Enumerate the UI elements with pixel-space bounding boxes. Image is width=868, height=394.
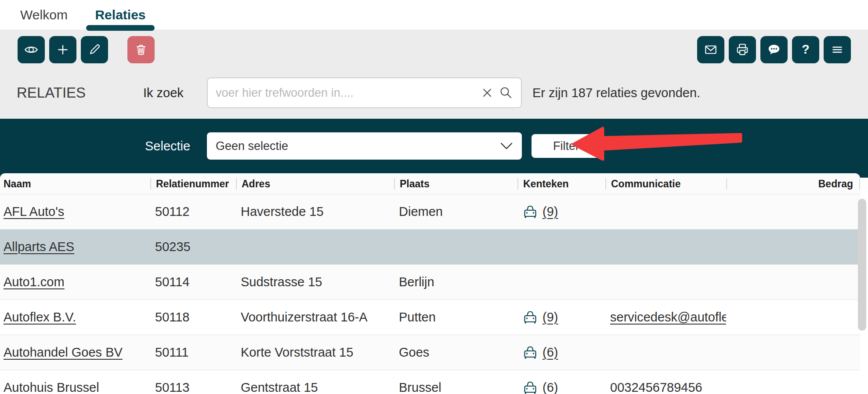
tab-relaties[interactable]: Relaties [86, 0, 155, 29]
relation-name-link[interactable]: AFL Auto's [4, 204, 64, 219]
column-header-adres: Adres [236, 178, 394, 190]
relation-number: 50114 [150, 275, 236, 289]
tab-welkom-label: Welkom [20, 7, 68, 22]
toolbar-left-buttons [18, 36, 155, 63]
column-header-naam: Naam [0, 178, 150, 190]
chat-button[interactable] [760, 36, 788, 63]
filter-bar: Selectie Geen selectie Filter [0, 119, 868, 178]
help-button[interactable]: ? [792, 36, 819, 63]
relation-address: Haverstede 15 [236, 204, 394, 219]
clear-search-icon[interactable] [481, 86, 494, 99]
car-icon [522, 204, 538, 219]
relation-name-link[interactable]: Allparts AES [4, 240, 74, 254]
print-button[interactable] [729, 36, 756, 63]
kenteken-cell: (9) [517, 310, 605, 325]
relation-number: 50118 [150, 310, 236, 325]
relation-name-link[interactable]: Autoflex B.V. [4, 310, 76, 324]
relation-number: 50112 [150, 204, 236, 219]
table-row[interactable]: Autohuis Brussel 50113 Gentstraat 15 Bru… [0, 370, 860, 394]
relation-address: Voorthuizerstraat 16-A [236, 310, 394, 325]
relation-city: Putten [394, 310, 517, 325]
print-icon [735, 42, 750, 57]
column-header-relatienummer: Relatienummer [150, 178, 236, 190]
relation-address: Gentstraat 15 [236, 380, 394, 394]
kenteken-count-link[interactable]: (9) [542, 310, 558, 325]
chevron-down-icon [499, 141, 514, 151]
selection-dropdown[interactable]: Geen selectie [207, 132, 522, 160]
car-icon [522, 380, 538, 394]
results-count-text: Er zijn 187 relaties gevonden. [532, 86, 700, 100]
relation-name-link[interactable]: Autohandel Goes BV [4, 345, 123, 359]
chat-icon [767, 42, 781, 57]
table-row[interactable]: AFL Auto's 50112 Haverstede 15 Diemen (9… [0, 194, 860, 229]
relation-number: 50111 [150, 345, 236, 360]
column-header-kenteken: Kenteken [517, 178, 605, 190]
car-icon [522, 345, 538, 360]
vertical-scrollbar[interactable] [858, 199, 866, 331]
view-button[interactable] [18, 36, 45, 63]
toolbar: ? RELATIES Ik zoek [0, 29, 868, 119]
relation-name-link[interactable]: Autohuis Brussel [4, 380, 99, 394]
table-row[interactable]: Autohandel Goes BV 50111 Korte Vorststra… [0, 335, 860, 370]
delete-icon [134, 42, 148, 57]
page-title: RELATIES [17, 84, 86, 101]
kenteken-cell: (9) [517, 204, 605, 219]
relation-number: 50235 [150, 240, 236, 254]
toolbar-right-buttons: ? [697, 36, 851, 63]
help-icon: ? [798, 42, 813, 57]
relation-city: Berlijn [394, 275, 517, 289]
svg-text:?: ? [802, 42, 810, 56]
table-row[interactable]: Allparts AES 50235 [0, 229, 860, 264]
table-body: AFL Auto's 50112 Haverstede 15 Diemen (9… [0, 194, 860, 394]
add-icon [55, 42, 70, 57]
relation-city: Brussel [394, 380, 517, 394]
selection-label: Selectie [145, 139, 190, 153]
kenteken-count-link[interactable]: (6) [542, 380, 558, 394]
view-icon [24, 42, 39, 57]
car-icon [522, 310, 538, 325]
delete-button[interactable] [127, 36, 155, 63]
mail-icon [703, 42, 718, 57]
kenteken-cell: (6) [517, 380, 605, 394]
table-row[interactable]: Autoflex B.V. 50118 Voorthuizerstraat 16… [0, 299, 860, 335]
tab-bar: Welkom Relaties [0, 0, 868, 29]
filter-button[interactable]: Filter [532, 134, 601, 158]
relation-address: Korte Vorststraat 15 [236, 345, 394, 360]
relation-city: Goes [394, 345, 517, 360]
menu-button[interactable] [824, 36, 851, 63]
search-box [207, 77, 522, 108]
mail-button[interactable] [697, 36, 724, 63]
kenteken-cell: (6) [517, 345, 605, 360]
menu-icon [830, 42, 845, 57]
communication-value: 0032456789456 [605, 380, 726, 394]
edit-icon [87, 42, 102, 57]
tab-relaties-label: Relaties [95, 7, 145, 22]
column-header-communicatie: Communicatie [605, 178, 726, 190]
search-row: RELATIES Ik zoek Er zijn 187 relaties ge… [0, 77, 868, 109]
search-icon[interactable] [498, 85, 514, 101]
table-row[interactable]: Auto1.com 50114 Sudstrasse 15 Berlijn [0, 264, 860, 299]
relations-table: NaamRelatienummerAdresPlaatsKentekenComm… [0, 173, 860, 394]
relation-number: 50113 [150, 380, 236, 394]
tab-welkom[interactable]: Welkom [19, 0, 69, 29]
kenteken-count-link[interactable]: (9) [542, 204, 558, 219]
relation-city: Diemen [394, 204, 517, 219]
edit-button[interactable] [81, 36, 108, 63]
communication-value[interactable]: servicedesk@autoflex [605, 310, 726, 325]
relation-name-link[interactable]: Auto1.com [4, 275, 65, 289]
selection-dropdown-value: Geen selectie [216, 139, 288, 153]
table-header-row: NaamRelatienummerAdresPlaatsKentekenComm… [0, 173, 860, 194]
kenteken-count-link[interactable]: (6) [542, 345, 558, 360]
add-button[interactable] [49, 36, 76, 63]
column-header-plaats: Plaats [394, 178, 517, 190]
active-tab-indicator [86, 25, 155, 31]
column-header-bedrag: Bedrag [726, 178, 860, 190]
search-input[interactable] [208, 78, 521, 107]
relaties-app: Welkom Relaties [0, 0, 868, 394]
search-label: Ik zoek [143, 86, 184, 100]
relation-address: Sudstrasse 15 [236, 275, 394, 289]
